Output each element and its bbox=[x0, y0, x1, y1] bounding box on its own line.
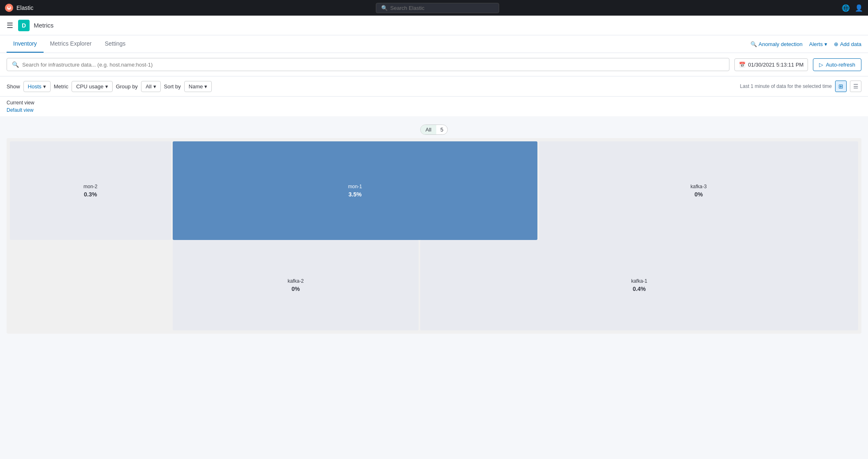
plus-icon: ⊕ bbox=[834, 41, 838, 47]
app-navbar: ☰ D Metrics bbox=[0, 16, 868, 35]
global-search-input[interactable] bbox=[390, 5, 472, 11]
treemap-cell-kafka-1[interactable]: kafka-1 0.4% bbox=[420, 240, 858, 330]
app-name: Elastic bbox=[16, 5, 33, 11]
tabs-right-actions: 🔍 Anomaly detection Alerts ▾ ⊕ Add data bbox=[750, 41, 861, 47]
global-search[interactable]: 🔍 bbox=[376, 3, 499, 13]
chevron-down-icon: ▾ bbox=[43, 83, 46, 90]
all-badge-count: 5 bbox=[436, 125, 447, 134]
all-badge-row: All 5 bbox=[7, 125, 861, 135]
chevron-down-icon: ▾ bbox=[153, 83, 156, 90]
app-title: Metrics bbox=[34, 22, 53, 29]
auto-refresh-button[interactable]: ▷ Auto-refresh bbox=[813, 58, 861, 71]
treemap-cell-kafka-2[interactable]: kafka-2 0% bbox=[173, 240, 419, 330]
sort-by-label: Sort by bbox=[164, 83, 181, 90]
cell-name-kafka-3: kafka-3 bbox=[690, 184, 706, 189]
datetime-picker[interactable]: 📅 01/30/2021 5:13:11 PM bbox=[734, 58, 808, 71]
tab-inventory[interactable]: Inventory bbox=[7, 35, 44, 53]
infrastructure-search-input[interactable] bbox=[22, 62, 724, 68]
current-view-section: Current view Default view bbox=[0, 97, 868, 116]
current-view-label: Current view bbox=[7, 100, 861, 106]
all-badge-label: All bbox=[421, 125, 436, 134]
tab-metrics-explorer[interactable]: Metrics Explorer bbox=[44, 35, 98, 53]
list-view-icon[interactable]: ☰ bbox=[850, 81, 861, 92]
add-data-btn[interactable]: ⊕ Add data bbox=[834, 41, 861, 47]
sort-by-filter-btn[interactable]: Name ▾ bbox=[184, 81, 212, 92]
datetime-value: 01/30/2021 5:13:11 PM bbox=[748, 62, 803, 68]
tab-settings[interactable]: Settings bbox=[98, 35, 132, 53]
calendar-icon: 📅 bbox=[739, 62, 745, 68]
topbar-right: 🌐 👤 bbox=[842, 4, 863, 12]
cell-value-kafka-1: 0.4% bbox=[633, 286, 646, 292]
cell-value-mon-2: 0.3% bbox=[84, 191, 97, 198]
filter-bar: Show Hosts ▾ Metric CPU usage ▾ Group by… bbox=[0, 76, 868, 97]
alerts-btn[interactable]: Alerts ▾ bbox=[809, 41, 827, 47]
app-logo-badge: D bbox=[18, 20, 30, 31]
cell-value-kafka-3: 0% bbox=[694, 191, 703, 198]
treemap-cell-mon-2[interactable]: mon-2 0.3% bbox=[10, 141, 171, 240]
treemap-container: mon-2 0.3% mon-1 3.5% kafka-3 0% kafka-2… bbox=[7, 138, 861, 334]
cell-name-kafka-1: kafka-1 bbox=[631, 278, 647, 284]
tabs-bar: Inventory Metrics Explorer Settings 🔍 An… bbox=[0, 35, 868, 53]
search-icon: 🔍 bbox=[381, 5, 388, 11]
main-content: All 5 mon-2 0.3% mon-1 3.5% kafka-3 0% k… bbox=[0, 116, 868, 459]
anomaly-icon: 🔍 bbox=[750, 41, 757, 47]
cell-name-mon-2: mon-2 bbox=[83, 184, 97, 189]
group-by-filter-btn[interactable]: All ▾ bbox=[141, 81, 160, 92]
search-area: 🔍 📅 01/30/2021 5:13:11 PM ▷ Auto-refresh bbox=[0, 53, 868, 76]
anomaly-detection-btn[interactable]: 🔍 Anomaly detection bbox=[750, 41, 803, 47]
show-label: Show bbox=[7, 83, 20, 90]
top-bar: Elastic 🔍 🌐 👤 bbox=[0, 0, 868, 16]
chevron-down-icon: ▾ bbox=[204, 83, 207, 90]
grid-view-icon[interactable]: ⊞ bbox=[835, 81, 847, 92]
treemap-cell-kafka-3[interactable]: kafka-3 0% bbox=[539, 141, 858, 240]
search-box-icon: 🔍 bbox=[12, 61, 19, 68]
svg-point-1 bbox=[8, 6, 10, 8]
filter-bar-right: Last 1 minute of data for the selected t… bbox=[740, 81, 861, 92]
elastic-logo bbox=[5, 4, 13, 12]
infrastructure-search[interactable]: 🔍 bbox=[7, 58, 729, 71]
treemap-row-bottom: kafka-2 0% kafka-1 0.4% bbox=[10, 240, 858, 330]
hamburger-icon[interactable]: ☰ bbox=[7, 21, 13, 30]
group-by-label: Group by bbox=[116, 83, 138, 90]
cell-value-kafka-2: 0% bbox=[292, 286, 300, 292]
default-view-link[interactable]: Default view bbox=[7, 107, 33, 113]
user-icon[interactable]: 👤 bbox=[855, 4, 863, 12]
cell-value-mon-1: 3.5% bbox=[349, 191, 362, 198]
treemap-row-top: mon-2 0.3% mon-1 3.5% kafka-3 0% bbox=[10, 141, 858, 240]
cell-name-mon-1: mon-1 bbox=[348, 184, 362, 189]
show-filter-btn[interactable]: Hosts ▾ bbox=[23, 81, 51, 92]
metric-filter-btn[interactable]: CPU usage ▾ bbox=[72, 81, 112, 92]
cell-name-kafka-2: kafka-2 bbox=[287, 278, 303, 284]
chevron-down-icon: ▾ bbox=[105, 83, 108, 90]
info-text: Last 1 minute of data for the selected t… bbox=[740, 83, 832, 89]
globe-icon[interactable]: 🌐 bbox=[842, 4, 850, 12]
play-icon: ▷ bbox=[819, 62, 823, 68]
topbar-left: Elastic bbox=[5, 4, 33, 12]
metric-label: Metric bbox=[54, 83, 68, 90]
treemap-cell-mon-1[interactable]: mon-1 3.5% bbox=[173, 141, 537, 240]
chevron-down-icon: ▾ bbox=[824, 41, 827, 47]
all-badge: All 5 bbox=[420, 125, 448, 135]
